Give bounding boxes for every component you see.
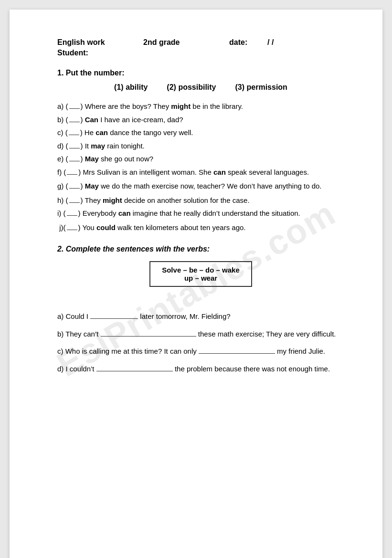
fill-item-d: d) I couldn’t the problem because there … — [57, 362, 344, 376]
verb-box-line2: up – wear — [184, 274, 217, 282]
section1-items: a) () Where are the boys? They might be … — [57, 100, 344, 233]
section2-title: 2. Complete the sentences with the verbs… — [57, 245, 344, 253]
modal-verbs-row: (1) ability (2) possibility (3) permissi… — [57, 83, 344, 92]
verb-box-wrapper: Solve – be – do – wake up – wear — [57, 261, 344, 298]
slash2: / — [272, 38, 274, 47]
student-line: Student: — [57, 49, 344, 57]
main-content: English work 2nd grade date: / / Student… — [57, 38, 344, 376]
date-slashes: / / — [267, 38, 274, 47]
grade-label: 2nd grade — [143, 38, 229, 47]
item-g: g) () May we do the math exercise now, t… — [57, 180, 344, 192]
item-h: h) () They might decide on another solut… — [57, 194, 344, 207]
fill-item-b: b) They can’t these math exercise; They … — [57, 327, 344, 341]
item-c: c) () He can dance the tango very well. — [57, 126, 344, 139]
item-b: b) () Can I have an ice-cream, dad? — [57, 114, 344, 126]
modal-verb-3: (3) permission — [235, 83, 287, 92]
item-f: f) () Mrs Sulivan is an intelligent woma… — [57, 166, 344, 179]
item-e: e) () May she go out now? — [57, 153, 344, 165]
modal-verb-1: (1) ability — [114, 83, 148, 92]
header-row: English work 2nd grade date: / / — [57, 38, 344, 47]
slash1: / — [267, 38, 269, 47]
fill-item-c: c) Who is calling me at this time? It ca… — [57, 345, 344, 358]
item-a: a) () Where are the boys? They might be … — [57, 100, 344, 113]
modal-verb-2: (2) possibility — [167, 83, 216, 92]
item-j: j)() You could walk ten kilometers about… — [57, 221, 344, 234]
subject-label: English work — [57, 38, 143, 47]
section1-title: 1. Put the number: — [57, 69, 344, 77]
verb-box-line1: Solve – be – do – wake — [162, 266, 240, 274]
fill-items: a) Could I later tomorrow, Mr. Fielding?… — [57, 310, 344, 376]
item-i: i) () Everybody can imagine that he real… — [57, 207, 344, 220]
date-label: date: — [229, 38, 267, 47]
verb-box: Solve – be – do – wake up – wear — [149, 261, 252, 287]
fill-item-a: a) Could I later tomorrow, Mr. Fielding? — [57, 310, 344, 324]
item-d: d) () It may rain tonight. — [57, 140, 344, 152]
worksheet-page: EslPrintables.com English work 2nd grade… — [10, 10, 382, 558]
